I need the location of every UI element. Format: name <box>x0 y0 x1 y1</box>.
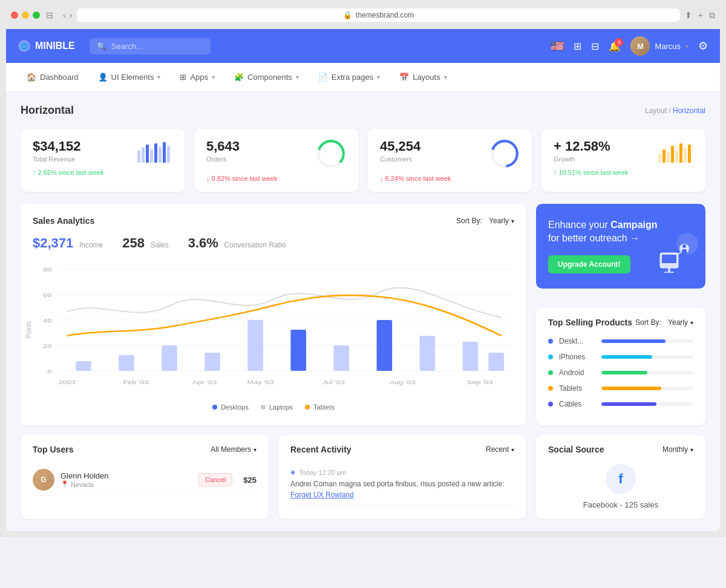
product-bar-container <box>601 402 693 406</box>
nav-item-apps[interactable]: ⊞ Apps ▾ <box>171 63 223 92</box>
nav-label-extra-pages: Extra pages <box>332 73 373 82</box>
search-icon: 🔍 <box>97 42 106 51</box>
revenue-change: ↑ 2.65% since last week <box>33 169 172 176</box>
layout-icon[interactable]: ⊟ <box>591 41 599 52</box>
top-users-filter-arrow: ▾ <box>253 446 257 453</box>
home-icon: 🏠 <box>27 73 36 82</box>
svg-text:May '03: May '03 <box>247 379 274 385</box>
brand-name: MINIBLE <box>35 41 75 51</box>
product-bar <box>601 371 647 374</box>
legend-laptops: Laptops <box>261 403 293 411</box>
user-name[interactable]: Marcus <box>655 42 681 51</box>
forward-icon[interactable]: › <box>70 10 73 20</box>
minimize-button[interactable] <box>22 11 29 19</box>
products-sort-arrow: ▾ <box>690 319 693 326</box>
top-selling-products-card: Top Selling Products Sort By: Yearly ▾ D… <box>536 308 705 425</box>
bottom-content-row: Top Users All Members ▾ G Glenn Holden <box>21 435 705 519</box>
svg-text:Jul '03: Jul '03 <box>322 379 345 385</box>
new-tab-icon[interactable]: + <box>698 10 703 21</box>
back-icon[interactable]: ‹ <box>63 10 66 20</box>
activity-item: Today 12:20 pm Andrei Coman magna sed po… <box>290 464 514 506</box>
search-input[interactable] <box>111 42 196 51</box>
upgrade-account-button[interactable]: Upgrade Account! <box>548 255 630 273</box>
nav-item-extra-pages[interactable]: 📄 Extra pages ▾ <box>310 63 388 92</box>
brand-logo[interactable]: 🌐 MINIBLE <box>18 40 75 52</box>
user-profile[interactable]: M Marcus ▾ <box>630 36 688 56</box>
social-source-header: Social Source Monthly ▾ <box>548 445 693 454</box>
apps-icon: ⊞ <box>180 73 186 82</box>
recent-activity-filter[interactable]: Recent ▾ <box>486 445 514 454</box>
top-users-header: Top Users All Members ▾ <box>33 445 257 454</box>
laptops-dot <box>261 405 266 410</box>
svg-rect-34 <box>247 320 263 371</box>
nav-item-components[interactable]: 🧩 Components ▾ <box>226 63 307 92</box>
tabs-icon[interactable]: ⧉ <box>709 10 715 21</box>
ui-elements-icon: 👤 <box>98 73 108 82</box>
svg-rect-12 <box>658 154 661 163</box>
svg-rect-32 <box>162 345 177 371</box>
nav-right: 🇺🇸 ⊞ ⊟ 🔔 3 M Marcus ▾ ⚙ <box>551 36 708 56</box>
stat-card-orders: 5,643 Orders ↓ 0.82% since last week <box>194 129 358 192</box>
activity-filter-arrow: ▾ <box>511 446 514 453</box>
social-source-filter[interactable]: Monthly ▾ <box>662 445 693 454</box>
growth-label: Growth <box>554 155 610 163</box>
orders-change: ↓ 0.82% since last week <box>206 175 346 182</box>
customers-change: ↓ 6.24% since last week <box>380 175 520 182</box>
layouts-chevron-icon: ▾ <box>444 74 447 80</box>
product-dot <box>548 339 553 344</box>
facebook-icon-circle: f <box>606 464 636 494</box>
user-location: 📍 Nevada <box>60 480 192 488</box>
maximize-button[interactable] <box>33 11 40 19</box>
stat-card-growth: + 12.58% Growth <box>541 129 705 192</box>
share-icon[interactable]: ⬆ <box>685 10 692 21</box>
growth-value: + 12.58% <box>554 139 610 154</box>
svg-rect-36 <box>334 345 350 371</box>
apps-grid-icon[interactable]: ⊞ <box>574 41 581 52</box>
product-bar-container <box>601 339 693 343</box>
analytics-sort-arrow: ▾ <box>511 218 514 224</box>
close-button[interactable] <box>11 11 18 19</box>
notification-bell[interactable]: 🔔 3 <box>609 41 621 52</box>
products-sort[interactable]: Sort By: Yearly ▾ <box>635 318 693 327</box>
top-users-title: Top Users <box>33 445 73 454</box>
nav-label-components: Components <box>247 73 292 82</box>
svg-rect-31 <box>119 355 134 371</box>
desktops-dot <box>212 405 217 410</box>
activity-time: Today 12:20 pm <box>290 469 514 476</box>
analytics-sort[interactable]: Sort By: Yearly ▾ <box>456 217 514 225</box>
svg-rect-40 <box>488 353 504 371</box>
settings-icon[interactable]: ⚙ <box>698 39 708 53</box>
nav-item-layouts[interactable]: 📅 Layouts ▾ <box>391 63 456 92</box>
svg-point-54 <box>682 244 686 248</box>
revenue-label: Total Revenue <box>33 155 81 163</box>
product-name: Android <box>559 368 595 377</box>
extra-pages-icon: 📄 <box>318 73 328 82</box>
product-item-cables: Cables <box>548 400 693 408</box>
nav-label-apps: Apps <box>190 73 208 82</box>
breadcrumb: Layout / Horizontal <box>645 106 705 115</box>
address-bar[interactable]: 🔒 themesbrand.com <box>77 8 679 22</box>
language-flag[interactable]: 🇺🇸 <box>551 39 564 53</box>
social-display: Facebook - 125 sales <box>583 500 658 509</box>
top-users-filter[interactable]: All Members ▾ <box>211 445 257 454</box>
search-container[interactable]: 🔍 <box>90 38 211 54</box>
location-pin-icon: 📍 <box>60 480 69 488</box>
svg-rect-13 <box>662 149 666 163</box>
svg-rect-52 <box>664 272 674 273</box>
cancel-button[interactable]: Cancel <box>198 473 232 486</box>
svg-rect-39 <box>463 342 479 371</box>
main-content: Horizontal Layout / Horizontal $34,152 T… <box>6 92 720 531</box>
customers-label: Customers <box>380 155 420 163</box>
activity-dot <box>290 470 295 475</box>
nav-item-ui-elements[interactable]: 👤 UI Elements ▾ <box>90 63 169 92</box>
campaign-illustration <box>651 232 699 289</box>
layouts-icon: 📅 <box>399 73 409 82</box>
activity-link[interactable]: Forget UX Rowland <box>290 491 354 499</box>
chevron-down-icon: ▾ <box>157 74 160 80</box>
top-navigation: 🌐 MINIBLE 🔍 🇺🇸 ⊞ ⊟ 🔔 3 M <box>6 29 720 63</box>
svg-rect-4 <box>154 143 157 163</box>
product-bar <box>601 402 656 406</box>
sidebar-toggle-icon[interactable]: ⊟ <box>46 10 53 20</box>
nav-item-dashboard[interactable]: 🏠 Dashboard <box>18 63 87 92</box>
breadcrumb-current: Horizontal <box>673 106 705 115</box>
